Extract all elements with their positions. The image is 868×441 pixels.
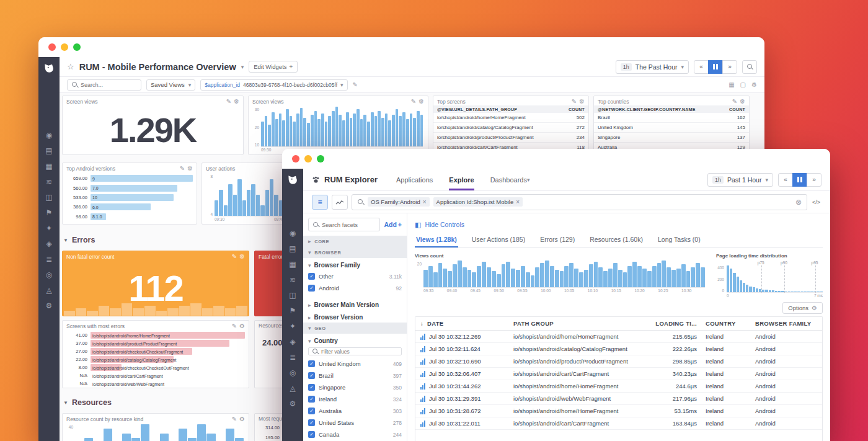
nav-dashboards[interactable]: Dashboards ▾ [490,169,530,190]
add-facet-button[interactable]: Add + [384,221,402,228]
backward-button[interactable]: « [778,173,793,187]
timeseries-view-button[interactable] [332,195,348,210]
widget-gear-icon[interactable]: ⚙ [740,98,745,105]
nav-applications[interactable]: Applications [396,169,433,190]
tab-resources[interactable]: Resources (1.60k) [588,232,644,247]
close-window-button[interactable] [292,155,299,163]
forward-button[interactable]: » [722,60,737,74]
facet-value-row[interactable]: ✓United States278 [308,417,402,429]
zoom-window-button[interactable] [317,155,324,163]
host-map-icon[interactable]: ▦ [289,261,296,269]
column-header-browser-family[interactable]: BROWSER FAMILY [755,320,817,327]
tab-long[interactable]: Long Tasks (0) [657,232,702,247]
edit-widget-icon[interactable]: ✎ [232,416,237,422]
toplist-row[interactable]: 386.006.0 [66,203,193,211]
datadog-logo[interactable] [43,62,55,74]
event-row[interactable]: Jul 30 10:31:22.011io/shopist/android/ca… [415,417,822,430]
saved-views-select[interactable]: Saved Views ▾ [146,79,195,91]
metrics-icon[interactable]: ✦ [290,323,296,331]
settings-icon[interactable]: ⚙ [290,400,296,408]
section-resources[interactable]: ▼ Resources [63,398,112,407]
facet-search-input[interactable] [322,221,376,228]
checkbox-checked[interactable]: ✓ [308,273,315,280]
remove-filter-icon[interactable]: × [516,198,520,205]
checkbox-checked[interactable]: ✓ [308,360,315,367]
datadog-logo[interactable] [286,174,299,186]
widget-top-countries[interactable]: Top countries ✎⚙ @NETWORK.CLIENT.GEOIP.C… [593,96,750,155]
edit-widget-icon[interactable]: ✎ [180,165,185,172]
grid-layout-icon[interactable]: ▦ [728,81,734,88]
template-variable-tag[interactable]: $application_id 46803e39-6768-4f10-becb-… [200,79,347,91]
watchdog-icon[interactable]: ◉ [290,229,296,238]
checkbox-checked[interactable]: ✓ [308,396,315,403]
clear-query-icon[interactable]: ⊗ [795,198,802,207]
forward-button[interactable]: » [807,173,822,187]
table-row[interactable]: Singapore137 [594,133,749,143]
infrastructure-icon[interactable]: ▤ [45,147,52,155]
monitors-icon[interactable]: ⚑ [46,209,53,217]
column-header-country[interactable]: COUNTRY [706,320,755,327]
edit-widget-icon[interactable]: ✎ [232,323,237,329]
table-row[interactable]: io/shopist/android/catalog/CatalogFragme… [433,123,588,133]
tab-user[interactable]: User Actions (185) [471,232,526,247]
event-row[interactable]: Jul 30 10:31:28.672io/shopist/android/ho… [415,405,822,417]
toplist-row[interactable]: 37.00io/shopist/android/product/ProductF… [66,339,245,347]
search-button[interactable] [742,60,757,74]
metrics-icon[interactable]: ✦ [46,225,52,233]
tab-views[interactable]: Views (1.28k) [415,232,458,247]
facet-value-row[interactable]: ✓Ireland324 [308,393,402,405]
widget-screens-with-most-errors[interactable]: Screens with most errors ✎⚙ 41.00io/shop… [62,320,249,388]
infrastructure-icon[interactable]: ▤ [289,245,296,253]
settings-icon[interactable]: ⚙ [46,302,53,310]
filter-chip[interactable]: OS Family:Android× [368,197,430,207]
event-row[interactable]: Jul 30 10:32:06.407io/shopist/android/ca… [415,368,822,380]
facet-group-geo[interactable]: ▾ GEO [303,323,407,334]
checkbox-checked[interactable]: ✓ [308,419,315,426]
rum-icon[interactable]: ◎ [46,271,52,279]
facet-value-row[interactable]: ✓Canada244 [308,429,402,440]
column-header-path-group[interactable]: PATH GROUP [513,320,650,327]
query-search-bar[interactable]: OS Family:Android×Application Id:Shop.is… [352,194,807,210]
toplist-row[interactable]: N/Aio/shopist/android/cart/CartFragment [66,372,245,380]
apm-icon[interactable]: ◈ [46,240,51,248]
table-row[interactable]: United Kingdom145 [594,123,749,133]
toplist-row[interactable]: 41.00io/shopist/android/home/HomeFragmen… [66,331,245,339]
toplist-row[interactable]: 533.0010 [66,194,193,202]
synthetics-icon[interactable]: ◬ [290,385,295,393]
table-row[interactable]: Brazil162 [594,113,749,123]
edit-widget-icon[interactable]: ✎ [572,98,577,105]
country-filter-box[interactable] [308,347,402,355]
checkbox-checked[interactable]: ✓ [308,285,315,292]
monitors-icon[interactable]: ⚑ [290,307,296,315]
facet-browser-main-version[interactable]: ▸ Browser Main Version [303,298,407,310]
event-row[interactable]: Jul 30 10:31:44.262io/shopist/android/ho… [415,380,822,393]
widget-gear-icon[interactable]: ⚙ [234,98,239,105]
nav-explore[interactable]: Explore [449,169,474,190]
edit-widget-icon[interactable]: ✎ [411,98,416,105]
widget-gear-icon[interactable]: ⚙ [418,98,424,105]
widget-top-android-versions[interactable]: Top Android versions ✎⚙ 659.009560.007.0… [62,163,197,225]
dashboard-search-input[interactable] [81,82,137,88]
widget-gear-icon[interactable]: ⚙ [187,165,193,172]
event-row[interactable]: Jul 30 10:32:12.269io/shopist/android/ho… [415,331,822,343]
facet-value-row[interactable]: ✓Brazil397 [308,370,402,381]
minimize-window-button[interactable] [61,43,68,51]
checkbox-checked[interactable]: ✓ [308,384,315,391]
apm-icon[interactable]: ◈ [290,338,295,346]
section-errors[interactable]: ▼ Errors [63,236,95,244]
settings-gear-icon[interactable]: ⚙ [751,81,757,88]
logs-icon[interactable]: ≣ [290,354,296,362]
edit-widget-icon[interactable]: ✎ [226,98,231,105]
remove-filter-icon[interactable]: × [423,198,427,205]
column-header-loading-time[interactable]: LOADING TI... [650,320,706,327]
widget-non-fatal-error-count[interactable]: Non fatal error count ✎⚙ 112 [62,251,249,316]
hide-controls-link[interactable]: ◧ Hide Controls [415,218,823,231]
widget-resource-count-by-kind[interactable]: Resource count by resource kind ✎⚙ 40 [62,413,249,441]
facet-value-row[interactable]: ✓Other3.11k [308,270,402,282]
column-header-country-name[interactable]: @NETWORK.CLIENT.GEOIP.COUNTRY.NAME [598,107,720,112]
edit-variables-icon[interactable]: ✎ [353,81,358,88]
host-map-icon[interactable]: ▦ [45,163,52,171]
chevron-down-icon[interactable]: ▾ [241,64,244,70]
toplist-row[interactable]: 22.00io/shopist/android/catalog/CatalogF… [66,355,245,363]
toplist-row[interactable]: 659.009 [66,174,193,182]
